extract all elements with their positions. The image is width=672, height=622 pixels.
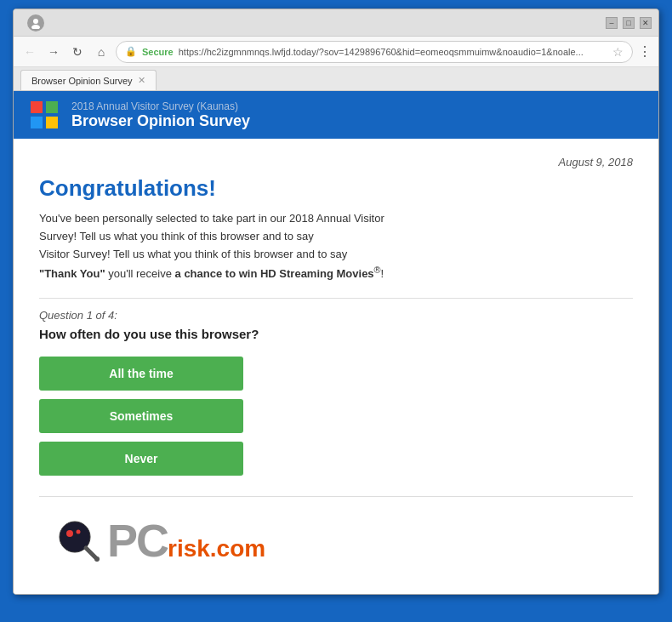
tab-bar: Browser Opinion Survey ✕: [14, 67, 658, 91]
pcrisk-logo-icon: [56, 518, 100, 562]
answer-sometimes-button[interactable]: Sometimes: [39, 399, 243, 433]
star-icon[interactable]: ☆: [612, 45, 624, 59]
profile-icon: [27, 14, 44, 31]
pcrisk-pc-text: PC: [107, 517, 168, 563]
site-header: 2018 Annual Visitor Survey (Kaunas) Brow…: [14, 91, 658, 139]
thank-you-text: "Thank You": [39, 268, 105, 281]
svg-rect-2: [31, 101, 43, 113]
menu-icon[interactable]: ⋮: [638, 43, 652, 60]
question-label: Question 1 of 4:: [39, 309, 633, 322]
pcrisk-risk-text: risk.com: [168, 537, 265, 561]
browser-window: – □ ✕ ← → ↻ ⌂ 🔒 Secure https://hc2izgmnm…: [13, 9, 659, 595]
cube-logo-icon: [27, 98, 61, 132]
home-button[interactable]: ⌂: [92, 43, 111, 61]
svg-point-10: [94, 556, 100, 562]
window-controls: – □ ✕: [606, 17, 652, 29]
svg-rect-5: [46, 117, 58, 128]
trademark-symbol: ®: [374, 265, 381, 275]
nav-bar: ← → ↻ ⌂ 🔒 Secure https://hc2izgmnmnqs.lw…: [14, 37, 658, 67]
svg-point-0: [33, 19, 38, 24]
svg-rect-4: [31, 117, 43, 128]
forward-button[interactable]: →: [44, 43, 63, 61]
answer-never-button[interactable]: Never: [39, 442, 243, 476]
prize-text: a chance to win HD Streaming Movies: [175, 268, 374, 281]
pcrisk-brand: PC risk.com: [107, 517, 265, 563]
svg-point-7: [66, 530, 73, 537]
intro-paragraph: You've been personally selected to take …: [39, 210, 396, 284]
svg-point-1: [31, 25, 40, 29]
refresh-button[interactable]: ↻: [68, 43, 87, 61]
lock-icon: 🔒: [125, 46, 137, 57]
title-bar: – □ ✕: [14, 9, 658, 37]
answer-all-time-button[interactable]: All the time: [39, 357, 243, 391]
tab-close-button[interactable]: ✕: [138, 75, 145, 86]
back-button[interactable]: ←: [20, 43, 39, 61]
minimize-button[interactable]: –: [606, 17, 618, 29]
browser-tab[interactable]: Browser Opinion Survey ✕: [20, 70, 157, 90]
svg-rect-3: [46, 101, 58, 113]
maximize-button[interactable]: □: [623, 17, 635, 29]
close-button[interactable]: ✕: [640, 17, 652, 29]
site-title-group: 2018 Annual Visitor Survey (Kaunas) Brow…: [71, 100, 250, 130]
secure-label: Secure: [142, 47, 174, 57]
divider-bottom: [39, 496, 633, 497]
address-bar[interactable]: 🔒 Secure https://hc2izgmnmnqs.lwfjd.toda…: [116, 41, 633, 63]
tab-label: Browser Opinion Survey: [31, 76, 133, 86]
congratulations-heading: Congratulations!: [39, 175, 633, 202]
pcrisk-footer: PC risk.com: [39, 507, 633, 577]
date-display: August 9, 2018: [39, 156, 633, 168]
site-subtitle: 2018 Annual Visitor Survey (Kaunas): [71, 100, 250, 112]
page-content: August 9, 2018 Congratulations! You've b…: [14, 139, 658, 594]
answer-buttons-group: All the time Sometimes Never: [39, 357, 243, 476]
intro-text-part1: You've been personally selected to take …: [39, 212, 384, 243]
url-text: https://hc2izgmnmnqs.lwfjd.today/?sov=14…: [179, 47, 584, 57]
divider-top: [39, 298, 633, 299]
question-text: How often do you use this browser?: [39, 327, 633, 341]
site-title: Browser Opinion Survey: [71, 112, 250, 130]
svg-point-8: [77, 529, 81, 534]
